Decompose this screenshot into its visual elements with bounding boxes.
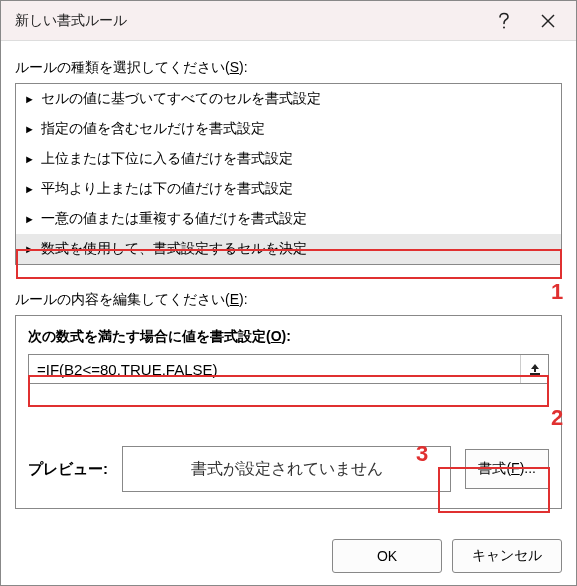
edit-rule-label: ルールの内容を編集してください(E):	[15, 291, 562, 309]
formula-label: 次の数式を満たす場合に値を書式設定(O):	[28, 328, 549, 346]
rule-type-list[interactable]: ►セルの値に基づいてすべてのセルを書式設定 ►指定の値を含むセルだけを書式設定 …	[15, 83, 562, 265]
select-rule-type-label: ルールの種類を選択してください(S):	[15, 59, 562, 77]
dialog-body: ルールの種類を選択してください(S): ►セルの値に基づいてすべてのセルを書式設…	[1, 41, 576, 523]
dialog-title: 新しい書式ルール	[15, 12, 482, 30]
svg-rect-3	[530, 373, 540, 375]
bullet-icon: ►	[24, 154, 35, 165]
rule-type-item-selected[interactable]: ►数式を使用して、書式設定するセルを決定	[16, 234, 561, 264]
close-button[interactable]	[526, 6, 570, 36]
bullet-icon: ►	[24, 94, 35, 105]
rule-type-item[interactable]: ►一意の値または重複する値だけを書式設定	[16, 204, 561, 234]
new-formatting-rule-dialog: 新しい書式ルール ルールの種類を選択してください(S): ►セルの値に基づいてす…	[0, 0, 577, 586]
rule-type-item[interactable]: ►上位または下位に入る値だけを書式設定	[16, 144, 561, 174]
formula-input[interactable]	[29, 355, 520, 383]
svg-point-0	[503, 26, 505, 28]
rule-type-item[interactable]: ►平均より上または下の値だけを書式設定	[16, 174, 561, 204]
rule-type-item[interactable]: ►指定の値を含むセルだけを書式設定	[16, 114, 561, 144]
bullet-icon: ►	[24, 214, 35, 225]
preview-row: プレビュー: 書式が設定されていません 書式(F)...	[28, 446, 549, 492]
cancel-button[interactable]: キャンセル	[452, 539, 562, 573]
rule-type-item[interactable]: ►セルの値に基づいてすべてのセルを書式設定	[16, 84, 561, 114]
bullet-icon: ►	[24, 244, 35, 255]
formula-input-row	[28, 354, 549, 384]
format-button[interactable]: 書式(F)...	[465, 449, 549, 489]
collapse-dialog-button[interactable]	[520, 355, 548, 383]
bullet-icon: ►	[24, 184, 35, 195]
titlebar: 新しい書式ルール	[1, 1, 576, 41]
edit-rule-panel: 次の数式を満たす場合に値を書式設定(O): プレビュー: 書式が設定されていませ…	[15, 315, 562, 509]
bullet-icon: ►	[24, 124, 35, 135]
preview-label: プレビュー:	[28, 460, 108, 479]
preview-box: 書式が設定されていません	[122, 446, 451, 492]
dialog-footer: OK キャンセル	[332, 539, 562, 573]
help-button[interactable]	[482, 6, 526, 36]
ok-button[interactable]: OK	[332, 539, 442, 573]
